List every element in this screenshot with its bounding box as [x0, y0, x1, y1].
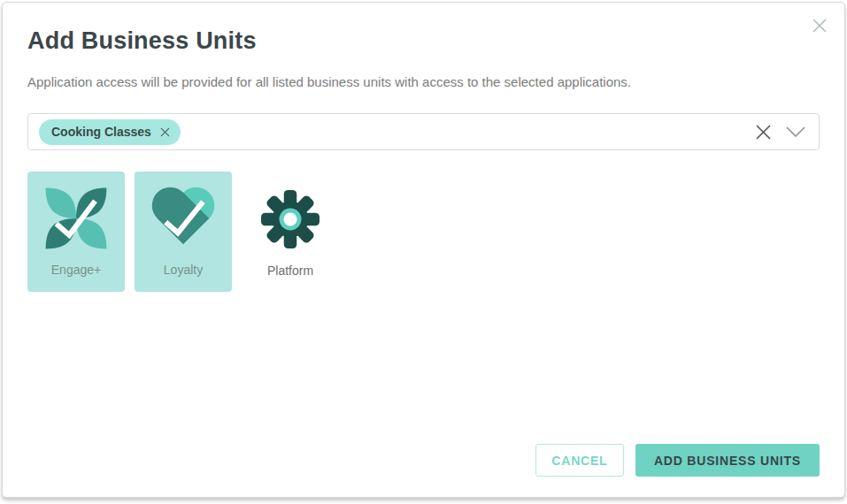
dialog-description: Application access will be provided for …	[27, 74, 820, 89]
loyalty-heart-check-icon	[145, 180, 221, 260]
add-business-units-dialog: Add Business Units Application access wi…	[2, 2, 845, 498]
app-label: Loyalty	[164, 263, 203, 277]
dialog-title: Add Business Units	[27, 27, 820, 55]
close-icon[interactable]	[809, 15, 830, 36]
selected-chip: Cooking Classes	[39, 119, 181, 145]
app-tile-loyalty[interactable]: Loyalty	[135, 172, 232, 292]
add-business-units-button[interactable]: ADD BUSINESS UNITS	[635, 444, 820, 477]
chip-remove-x-icon[interactable]	[159, 126, 171, 138]
chevron-down-icon[interactable]	[785, 126, 806, 138]
chip-label: Cooking Classes	[51, 125, 151, 139]
business-units-select[interactable]: Cooking Classes	[27, 113, 820, 150]
clear-x-icon[interactable]	[754, 123, 773, 141]
app-tile-engage[interactable]: Engage+	[27, 172, 125, 292]
app-label: Platform	[267, 263, 313, 278]
dialog-footer: CANCEL ADD BUSINESS UNITS	[535, 444, 820, 477]
platform-gear-icon	[261, 190, 320, 252]
app-tile-platform[interactable]: Platform	[242, 172, 339, 292]
app-label: Engage+	[51, 263, 101, 277]
applications-list: Engage+ Loyalty	[27, 172, 820, 292]
engage-leaf-check-icon	[38, 180, 114, 260]
cancel-button[interactable]: CANCEL	[535, 444, 624, 477]
